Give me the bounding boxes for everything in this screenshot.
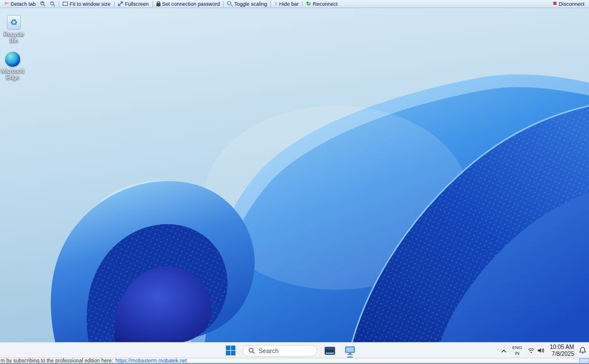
recycle-bin-icon: ♻ xyxy=(7,15,21,30)
search-icon xyxy=(248,347,255,354)
toolbar-separator xyxy=(59,1,59,7)
set-connection-password-label: Set connection password xyxy=(162,1,220,7)
toolbar-separator xyxy=(270,1,271,7)
zoom-in-icon: + xyxy=(40,1,45,6)
banner-link[interactable]: https://mobaxterm.mobatek.net xyxy=(116,358,187,363)
toolbar-separator xyxy=(302,1,303,7)
fit-to-window-button[interactable]: Fit to window size xyxy=(60,0,113,7)
taskbar-center-group: Search xyxy=(224,343,358,358)
recycle-bin-label: Recycle Bin xyxy=(0,31,29,44)
toggle-scaling-icon xyxy=(227,1,232,6)
system-tray: ENG IN 10:05 AM 7/8/2025 xyxy=(501,343,586,358)
desktop-icon-microsoft-edge[interactable]: Microsoft Edge xyxy=(0,52,28,81)
toolbar-separator xyxy=(152,1,153,7)
remote-session-toolbar: ✄ Detach tab + − Fit to window size Full… xyxy=(0,0,589,8)
taskbar: Search xyxy=(0,342,589,358)
toolbar-separator xyxy=(114,1,114,7)
start-button[interactable] xyxy=(224,344,238,358)
taskbar-app-active[interactable] xyxy=(343,343,358,358)
banner-message: m by subscribing to the professional edi… xyxy=(1,358,113,363)
reconnect-label: Reconnect xyxy=(313,1,338,7)
windows-logo-icon xyxy=(225,346,235,355)
set-connection-password-button[interactable]: Set connection password xyxy=(154,0,223,7)
fullscreen-button[interactable]: Fullscreen xyxy=(116,0,151,7)
clock-time: 10:05 AM xyxy=(550,344,574,351)
fit-to-window-icon xyxy=(63,2,68,6)
search-label: Search xyxy=(259,347,279,354)
reconnect-button[interactable]: ↻ Reconnect xyxy=(304,0,339,7)
notification-bell-icon[interactable] xyxy=(579,346,586,356)
language-line2: IN xyxy=(512,351,522,356)
zoom-out-icon: − xyxy=(50,1,55,6)
taskbar-search[interactable]: Search xyxy=(243,345,318,357)
taskbar-app-file-explorer[interactable] xyxy=(323,343,338,358)
hide-bar-button[interactable]: ↑ Hide bar xyxy=(272,0,301,7)
disconnect-label: Disconnect xyxy=(559,1,584,7)
network-icon xyxy=(527,347,535,354)
clock-date: 7/8/2025 xyxy=(550,351,574,358)
reconnect-icon: ↻ xyxy=(306,1,311,7)
desktop-icon-recycle-bin[interactable]: ♻ Recycle Bin xyxy=(0,15,29,44)
detach-tab-label: Detach tab xyxy=(11,1,36,7)
monitor-app-icon xyxy=(345,346,356,356)
disconnect-icon: ✖ xyxy=(553,1,557,6)
scrollbar-corner[interactable] xyxy=(579,358,589,363)
hide-bar-label: Hide bar xyxy=(279,1,299,7)
mobaxterm-banner-bar: m by subscribing to the professional edi… xyxy=(0,358,589,364)
fullscreen-icon xyxy=(118,1,123,6)
language-line1: ENG xyxy=(512,345,522,350)
edge-label: Microsoft Edge xyxy=(0,68,28,81)
tray-chevron-up-icon[interactable] xyxy=(501,346,507,356)
zoom-out-button[interactable]: − xyxy=(48,0,58,7)
toggle-scaling-label: Toggle scaling xyxy=(234,1,267,7)
toggle-scaling-button[interactable]: Toggle scaling xyxy=(225,0,269,7)
zoom-in-button[interactable]: + xyxy=(38,0,48,7)
toolbar-separator xyxy=(223,1,224,7)
tray-status-icons[interactable] xyxy=(527,347,545,354)
edge-icon xyxy=(5,52,20,67)
language-indicator[interactable]: ENG IN xyxy=(512,345,522,355)
lock-icon xyxy=(156,3,160,6)
app-window-icon xyxy=(324,346,336,356)
clock[interactable]: 10:05 AM 7/8/2025 xyxy=(550,344,574,358)
detach-tab-button[interactable]: ✄ Detach tab xyxy=(2,0,38,7)
detach-tab-icon: ✄ xyxy=(5,1,9,6)
fit-to-window-label: Fit to window size xyxy=(70,1,110,7)
desktop-wallpaper xyxy=(0,8,589,342)
fullscreen-label: Fullscreen xyxy=(125,1,149,7)
hide-bar-icon: ↑ xyxy=(274,1,277,7)
disconnect-button[interactable]: ✖ Disconnect xyxy=(550,0,587,7)
remote-desktop-window: ✄ Detach tab + − Fit to window size Full… xyxy=(0,0,589,364)
remote-desktop-area[interactable]: ♻ Recycle Bin Microsoft Edge xyxy=(0,8,589,342)
volume-icon xyxy=(537,347,545,354)
